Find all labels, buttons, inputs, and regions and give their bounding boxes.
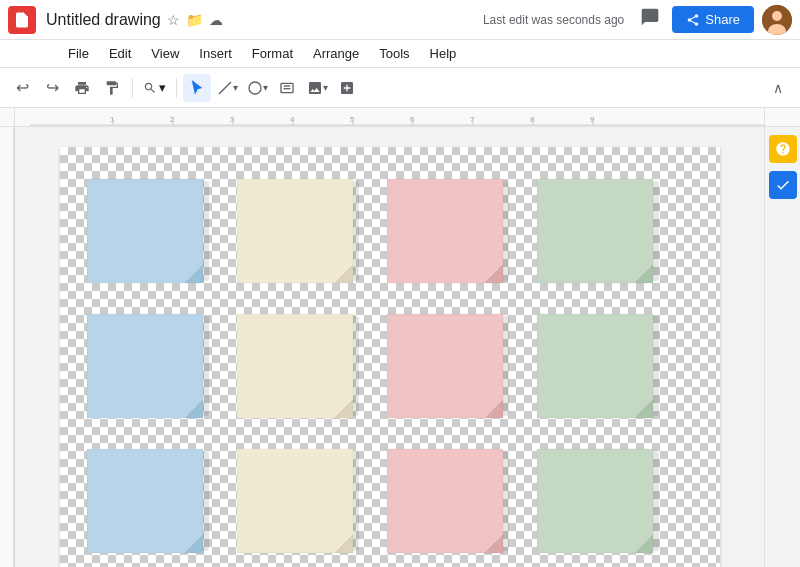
title-bar: Untitled drawing ☆ 📁 ☁ Last edit was sec… [0,0,800,40]
sticky-note [535,447,665,557]
sticky-note [85,447,215,557]
sticky-notes-grid [60,147,720,567]
app-logo [8,6,36,34]
print-button[interactable] [68,74,96,102]
right-sidebar [764,127,800,567]
undo-button[interactable]: ↩ [8,74,36,102]
divider-2 [176,78,177,98]
svg-marker-62 [537,449,653,553]
svg-marker-41 [87,314,203,418]
sticky-note [85,312,215,422]
select-button[interactable] [183,74,211,102]
menu-edit[interactable]: Edit [101,44,139,63]
svg-line-3 [219,82,231,94]
last-edit-text: Last edit was seconds ago [483,13,624,27]
zoom-value: ▾ [159,80,166,95]
vertical-ruler [0,127,15,567]
svg-marker-35 [387,179,503,283]
sticky-note [385,447,515,557]
redo-button[interactable]: ↪ [38,74,66,102]
drawing-canvas[interactable]: groovyPost.com › [60,147,720,567]
ruler: 1 2 3 4 5 6 7 8 9 [30,108,764,126]
svg-marker-53 [87,449,203,553]
sticky-note [235,312,365,422]
title-right: Last edit was seconds ago Share [483,3,792,36]
menu-arrange[interactable]: Arrange [305,44,367,63]
star-icon[interactable]: ☆ [167,12,180,28]
title-icons: ☆ 📁 ☁ [167,12,223,28]
folder-icon[interactable]: 📁 [186,12,203,28]
share-label: Share [705,12,740,27]
main-area: groovyPost.com › [0,127,800,567]
explore-button[interactable] [769,135,797,163]
sticky-note [85,177,215,287]
svg-marker-38 [537,179,653,283]
menu-view[interactable]: View [143,44,187,63]
svg-marker-59 [387,449,503,553]
sticky-note [385,177,515,287]
cloud-icon[interactable]: ☁ [209,12,223,28]
menu-bar: File Edit View Insert Format Arrange Too… [0,40,800,68]
sticky-note [235,177,365,287]
insert-button[interactable] [333,74,361,102]
doc-title[interactable]: Untitled drawing [46,11,161,29]
image-button[interactable]: ▾ [303,74,331,102]
sticky-note [385,312,515,422]
divider-1 [132,78,133,98]
menu-format[interactable]: Format [244,44,301,63]
svg-marker-56 [237,449,353,553]
shape-button[interactable]: ▾ [243,74,271,102]
svg-marker-29 [87,179,203,283]
sticky-note [235,447,365,557]
paint-button[interactable] [98,74,126,102]
svg-point-1 [772,11,782,21]
svg-marker-47 [387,314,503,418]
ruler-area: 1 2 3 4 5 6 7 8 9 [0,108,800,127]
sticky-note [535,312,665,422]
menu-file[interactable]: File [60,44,97,63]
comment-button[interactable] [636,3,664,36]
text-button[interactable] [273,74,301,102]
svg-point-4 [249,82,261,94]
zoom-button[interactable]: ▾ [139,78,170,97]
sticky-note [535,177,665,287]
svg-marker-44 [237,314,353,418]
avatar[interactable] [762,5,792,35]
toolbar-collapse-button[interactable]: ∧ [764,74,792,102]
menu-help[interactable]: Help [422,44,465,63]
line-button[interactable]: ▾ [213,74,241,102]
menu-insert[interactable]: Insert [191,44,240,63]
share-button[interactable]: Share [672,6,754,33]
svg-marker-32 [237,179,353,283]
svg-marker-50 [537,314,653,418]
menu-tools[interactable]: Tools [371,44,417,63]
toolbar: ↩ ↪ ▾ ▾ ▾ [0,68,800,108]
check-button[interactable] [769,171,797,199]
canvas-area[interactable]: groovyPost.com › [15,127,764,567]
